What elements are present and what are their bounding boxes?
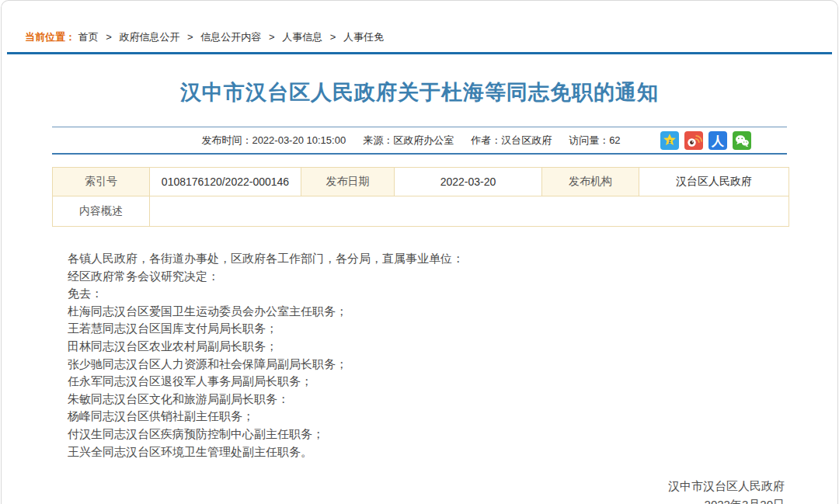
body-paragraph: 张少驰同志汉台区人力资源和社会保障局副局长职务； xyxy=(68,356,787,374)
signature-org: 汉中市汉台区人民政府 xyxy=(2,477,785,495)
publish-time: 发布时间：2022-03-20 10:15:00 xyxy=(201,134,346,148)
body-paragraph: 朱敏同志汉台区文化和旅游局副局长职务： xyxy=(68,391,787,408)
signature-block: 汉中市汉台区人民政府 2022年3月20日 xyxy=(2,477,785,504)
qzone-share-icon[interactable]: z xyxy=(660,131,679,150)
breadcrumb-separator: > xyxy=(187,31,193,43)
wechat-share-icon[interactable] xyxy=(733,131,751,150)
source-label: 来源： xyxy=(363,134,393,146)
publish-org-value: 汉台区人民政府 xyxy=(639,168,789,196)
breadcrumb: 当前位置： 首页 > 政府信息公开 > 信息公开内容 > 人事信息 > 人事任免 xyxy=(2,1,837,52)
body-paragraph: 杜海同志汉台区爱国卫生运动委员会办公室主任职务； xyxy=(68,303,787,321)
share-toolbar: z 人 xyxy=(660,131,751,150)
document-body: 各镇人民政府，各街道办事处，区政府各工作部门，各分局，直属事业单位： 经区政府常… xyxy=(68,250,787,461)
publish-time-value: 2022-03-20 10:15:00 xyxy=(252,134,346,146)
visit-count: 访问量：62 xyxy=(569,134,620,148)
article-meta-bar: 发布时间：2022-03-20 10:15:00 来源：区政府办公室 作者：汉台… xyxy=(52,127,787,155)
breadcrumb-separator: > xyxy=(330,31,336,43)
publish-date-value: 2022-03-20 xyxy=(395,168,542,196)
index-number-label: 索引号 xyxy=(53,168,150,196)
index-number-value: 0108176120/2022-000146 xyxy=(150,168,301,196)
breadcrumb-item-appointments[interactable]: 人事任免 xyxy=(343,31,384,43)
author-label: 作者： xyxy=(471,134,501,146)
body-paragraph: 经区政府常务会议研究决定： xyxy=(68,268,787,286)
publish-date-label: 发布日期 xyxy=(301,168,395,196)
body-paragraph: 免去： xyxy=(68,285,787,303)
content-summary-value xyxy=(150,196,789,227)
breadcrumb-item-home[interactable]: 首页 xyxy=(78,31,99,43)
document-info-table: 索引号 0108176120/2022-000146 发布日期 2022-03-… xyxy=(52,167,789,227)
breadcrumb-separator: > xyxy=(269,31,275,43)
breadcrumb-item-gov-info[interactable]: 政府信息公开 xyxy=(119,31,179,43)
author-value: 汉台区政府 xyxy=(501,134,552,146)
source-value: 区政府办公室 xyxy=(393,134,454,146)
weibo-share-icon[interactable] xyxy=(684,131,703,150)
page-title: 汉中市汉台区人民政府关于杜海等同志免职的通知 xyxy=(2,78,837,106)
body-paragraph: 杨峰同志汉台区供销社副主任职务； xyxy=(68,408,787,426)
renren-share-icon[interactable]: 人 xyxy=(708,131,727,150)
source: 来源：区政府办公室 xyxy=(363,134,454,148)
svg-text:人: 人 xyxy=(711,134,725,148)
breadcrumb-label: 当前位置： xyxy=(25,31,75,43)
body-paragraph: 王若慧同志汉台区国库支付局局长职务； xyxy=(68,320,787,338)
signature-date: 2022年3月20日 xyxy=(2,495,785,504)
content-summary-label: 内容概述 xyxy=(53,196,150,227)
author: 作者：汉台区政府 xyxy=(471,134,552,148)
breadcrumb-item-info-content[interactable]: 信息公开内容 xyxy=(200,31,261,43)
body-paragraph: 付汉生同志汉台区疾病预防控制中心副主任职务； xyxy=(68,426,787,443)
visit-count-label: 访问量： xyxy=(569,134,609,146)
breadcrumb-item-personnel-info[interactable]: 人事信息 xyxy=(282,31,322,43)
svg-text:z: z xyxy=(668,137,671,143)
body-paragraph: 田林同志汉台区农业农村局副局长职务； xyxy=(68,338,787,356)
breadcrumb-separator: > xyxy=(106,31,112,43)
breadcrumb-divider xyxy=(7,52,832,54)
body-paragraph: 任永军同志汉台区退役军人事务局副局长职务； xyxy=(68,373,787,391)
table-row: 内容概述 xyxy=(53,196,789,227)
visit-count-value: 62 xyxy=(609,134,620,146)
publish-org-label: 发布机构 xyxy=(542,168,639,196)
body-paragraph: 各镇人民政府，各街道办事处，区政府各工作部门，各分局，直属事业单位： xyxy=(68,250,787,268)
table-row: 索引号 0108176120/2022-000146 发布日期 2022-03-… xyxy=(53,168,789,196)
body-paragraph: 王兴全同志汉台区环境卫生管理处副主任职务。 xyxy=(68,443,787,461)
publish-time-label: 发布时间： xyxy=(201,134,252,146)
page-container: 当前位置： 首页 > 政府信息公开 > 信息公开内容 > 人事信息 > 人事任免… xyxy=(1,0,838,504)
